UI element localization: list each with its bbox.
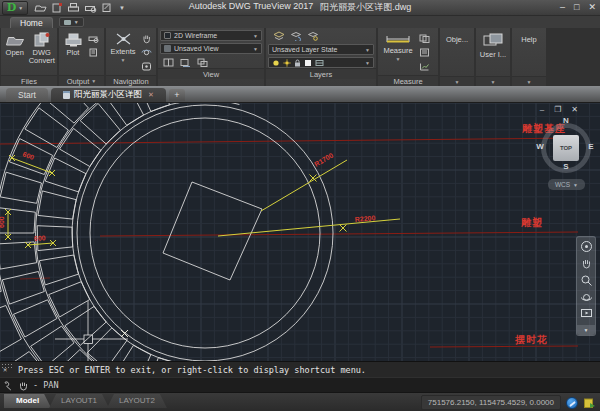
view-manager-icon[interactable] [196,56,209,68]
ribbon-panel-output: Plot Output▼ [59,28,104,86]
navbar-options-caret[interactable]: ▼ [577,325,595,335]
plot-icon[interactable] [67,2,80,13]
chevron-down-icon: ▼ [365,60,370,66]
maximize-button[interactable]: □ [574,0,579,15]
preview-mini-icon[interactable] [87,32,100,44]
hardware-acceleration-icon[interactable] [566,397,578,409]
named-view-dropdown[interactable]: Unsaved View ▼ [160,43,262,54]
steering-wheel-mini-icon[interactable] [140,60,153,72]
qat-options-caret[interactable]: ▼ [117,5,127,11]
dwg-convert-button[interactable]: DWG Convert [29,30,55,75]
drawing-file-icon [63,91,70,99]
measure-button[interactable]: Measure ▼ [380,30,416,75]
command-history-line[interactable]: ✕ Press ESC or ENTER to exit, or right-c… [0,361,600,377]
minimize-button[interactable]: – [560,0,565,15]
orbit-icon[interactable] [580,291,593,304]
pan-mini-icon[interactable] [140,32,153,44]
close-command-icon[interactable]: ✕ [3,366,7,374]
panel-label-layers[interactable]: Layers [266,68,376,79]
wcs-dropdown[interactable]: WCS ▼ [548,179,585,190]
dwg-convert-icon[interactable] [51,2,63,13]
file-tab-drawing[interactable]: 阳光丽景小区详图 ✕ [51,88,166,102]
layer-state-dropdown[interactable]: Unsaved Layer State ▼ [268,44,374,55]
named-view-icon [164,45,171,52]
pan-icon[interactable] [580,257,593,270]
extents-icon [115,32,132,46]
annotation-monitor-icon[interactable] [583,397,596,409]
chevron-down-icon: ▼ [18,5,23,11]
chevron-down-icon: ▼ [253,33,258,39]
new-tab-button[interactable]: + [169,89,185,101]
viewcube-west[interactable]: W [534,142,546,151]
open-icon[interactable] [34,2,47,13]
ribbon-panel-objects[interactable]: Obje... ▼ [440,28,474,86]
help-flyout-caret[interactable]: ▼ [512,76,546,86]
customize-wrench-icon[interactable] [2,380,13,391]
tab-layout2[interactable]: LAYOUT2 [107,394,167,408]
dim-label-600-left: 600 [0,216,5,228]
visual-style-dropdown[interactable]: 2D Wireframe ▼ [160,30,262,41]
file-tab-start[interactable]: Start [6,88,48,102]
ribbon-panel-files: Open DWG Convert Files [1,28,57,86]
viewcube-south[interactable]: S [560,162,572,171]
batch-plot-mini-icon[interactable] [87,46,100,58]
zoom-extents-button[interactable]: Extents ▼ [108,30,138,75]
cad-geometry [0,103,333,361]
viewport-icon[interactable] [162,56,175,68]
layer-state-icon[interactable] [289,30,302,42]
tab-model[interactable]: Model [4,394,51,408]
doc-minimize-button[interactable]: – [540,105,544,114]
label-flowers: 摆时花 [514,334,548,345]
ribbon-panel-help[interactable]: Help ▼ [512,28,546,86]
named-views-icon[interactable] [179,56,192,68]
user-interface-flyout-caret[interactable]: ▼ [476,76,510,86]
ribbon-panel-layers: Unsaved Layer State ▼ ▼ Layers [266,28,376,86]
ribbon-panel-user-interface[interactable]: User I... ▼ [476,28,510,86]
publish-icon[interactable] [101,2,113,13]
panel-label-output[interactable]: Output▼ [59,75,104,86]
windows-icon [483,33,503,48]
layer-properties-icon[interactable] [272,30,285,42]
tab-layout1[interactable]: LAYOUT1 [49,394,109,408]
panel-label-view[interactable]: View [158,68,264,79]
zoom-icon[interactable] [580,274,593,287]
objects-flyout-caret[interactable]: ▼ [440,76,474,86]
tab-home[interactable]: Home [10,17,53,28]
open-button[interactable]: Open [3,30,27,75]
app-window: D ▼ ▼ Autodesk DWG TrueView 2017 阳光丽景小区详… [0,0,600,411]
panel-label-measure[interactable]: Measure [378,75,438,86]
preview-icon[interactable] [84,2,97,13]
list-mini-icon[interactable] [418,46,431,58]
model-canvas[interactable]: R1700 R2200 600 600 600 雕塑基座 雕塑 摆时花 [0,103,600,361]
label-sculpture: 雕塑 [520,216,543,228]
file-tab-bar: Start 阳光丽景小区详图 ✕ + [0,86,600,103]
command-prompt-line[interactable]: - PAN [0,377,600,392]
close-tab-icon[interactable]: ✕ [148,91,154,99]
panel-label-files[interactable]: Files [1,75,57,86]
workspace-icon [64,20,71,25]
doc-restore-button[interactable]: ❐ [554,105,561,114]
full-navigation-wheel-icon[interactable] [580,240,593,253]
flyout-caret-icon: ▼ [91,78,96,84]
dim-label-600-top: 600 [22,150,36,161]
application-menu-button[interactable]: D ▼ [2,1,28,15]
copy-mini-icon[interactable] [418,32,431,44]
workspace-button[interactable]: ▼ [59,17,84,27]
layer-isolate-icon[interactable] [306,30,319,42]
plot-button[interactable]: Plot [61,30,85,75]
chart-mini-icon[interactable] [418,60,431,72]
layer-dropdown[interactable]: ▼ [268,57,374,68]
quick-access-toolbar: ▼ [34,2,127,13]
command-message: Press ESC or ENTER to exit, or right-cli… [18,365,366,375]
doc-close-button[interactable]: ✕ [571,105,578,114]
viewcube-north[interactable]: N [560,116,572,125]
dwg-convert-icon [33,32,51,47]
showmotion-icon[interactable] [580,308,593,319]
active-command: - PAN [33,380,59,390]
viewcube-east[interactable]: E [585,142,597,151]
panel-label-navigation[interactable]: Navigation [106,75,156,86]
orbit-mini-icon[interactable] [140,46,153,58]
viewcube-top-face[interactable]: TOP [553,135,579,161]
coordinates-readout: 751576.2150, 115475.4529, 0.0000 [421,395,561,410]
close-button[interactable]: ✕ [588,0,596,15]
